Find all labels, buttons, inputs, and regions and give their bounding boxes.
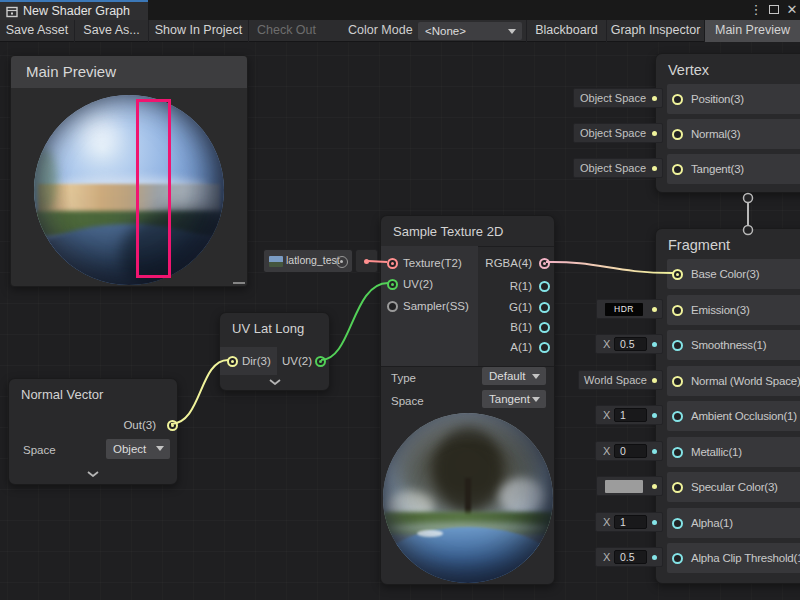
uv-input-port[interactable] [387,279,398,290]
show-in-project-button[interactable]: Show In Project [148,20,248,42]
dir-input-port[interactable] [227,356,238,367]
normal-slot-label: Normal(3) [691,119,740,149]
texture-output-block [355,249,378,273]
b-output-port[interactable] [539,322,550,333]
rgba-output-label: RGBA(4) [485,255,532,271]
shader-graph-icon [6,6,18,18]
vertex-node[interactable]: Vertex Position(3) Normal(3) Tangent(3) [655,53,800,193]
tangent-space-widget[interactable]: Object Space [573,158,663,178]
normal-vector-node[interactable]: Normal Vector Out(3) Space Object [8,378,178,485]
g-output-label: G(1) [509,299,532,315]
metallic-value-widget: X 0 [595,441,663,461]
uv-lat-long-title: UV Lat Long [232,321,304,336]
main-preview-sphere [34,95,224,285]
graph-inspector-toggle-button[interactable]: Graph Inspector [606,20,704,42]
a-output-label: A(1) [510,339,532,355]
type-dropdown[interactable]: Default [482,367,546,385]
fragment-slot-smoothness: Smoothness(1) [667,330,800,360]
collapse-chevron-icon[interactable] [87,471,99,477]
emission-input-port[interactable] [672,305,683,316]
smoothness-value-field[interactable]: 0.5 [614,337,647,351]
metallic-value-field[interactable]: 0 [614,444,647,458]
uv-input-label: UV(2) [403,276,433,292]
out-output-port[interactable] [167,420,178,431]
ambient-occlusion-value-widget: X 1 [595,405,663,425]
tangent-input-port[interactable] [672,164,683,175]
sampler-input-port[interactable] [387,301,398,312]
fragment-slot-alpha: Alpha(1) [667,508,800,538]
space-control-label: Space [391,392,424,410]
rgba-output-port[interactable] [539,258,550,269]
color-mode-label: Color Mode [348,20,413,42]
save-asset-button[interactable]: Save Asset [0,20,74,42]
emission-hdr-color-field[interactable]: HDR [596,299,663,319]
tab-new-shader-graph[interactable]: New Shader Graph [0,0,148,20]
blackboard-toggle-button[interactable]: Blackboard [526,20,606,42]
sample-texture-2d-node[interactable]: Sample Texture 2D Texture(T2) UV(2) Samp… [380,215,555,585]
ambient-occlusion-value-field[interactable]: 1 [614,408,647,422]
alpha-input-port[interactable] [672,518,683,529]
selection-rectangle [136,99,171,278]
save-as-button[interactable]: Save As... [74,20,148,42]
dir-input-label: Dir(3) [242,353,271,369]
window-close-icon[interactable]: ✕ [784,0,800,20]
main-preview-header[interactable]: Main Preview [11,56,247,88]
uv-lat-long-node[interactable]: UV Lat Long Dir(3) UV(2) [219,312,330,391]
normal-ws-input-port[interactable] [672,376,683,387]
uv-output-label: UV(2) [282,353,312,369]
space-dropdown[interactable]: Tangent [482,390,546,408]
shader-graph-window: New Shader Graph ⋮ ✕ Save Asset Save As.… [0,0,800,600]
alpha-clip-value-widget: X 0.5 [595,547,663,567]
normal-input-port[interactable] [672,129,683,140]
toolbar: Save Asset Save As... Show In Project Ch… [0,20,800,42]
specular-color-field[interactable] [596,476,663,496]
specular-color-input-port[interactable] [672,482,683,493]
position-space-widget[interactable]: Object Space [573,88,663,108]
normal-space-widget-fragment[interactable]: World Space [578,370,663,390]
fragment-slot-ambient-occlusion: Ambient Occlusion(1) [667,401,800,431]
texture-input-label: Texture(T2) [403,255,462,271]
color-mode-dropdown[interactable]: <None> [418,22,522,40]
texture-asset-body[interactable]: latlong_test [263,249,353,273]
sample-texture-title: Sample Texture 2D [393,224,503,239]
nv-space-dropdown[interactable]: Object [106,439,170,459]
position-slot-label: Position(3) [691,84,744,114]
uv-output-port[interactable] [315,356,326,367]
metallic-input-port[interactable] [672,447,683,458]
a-output-port[interactable] [539,342,550,353]
ambient-occlusion-input-port[interactable] [672,411,683,422]
tangent-slot-label: Tangent(3) [691,154,744,184]
g-output-port[interactable] [539,302,550,313]
sample-texture-preview-sphere [383,413,553,583]
position-input-port[interactable] [672,94,683,105]
alpha-value-widget: X 1 [595,512,663,532]
vertex-slot-position: Position(3) [667,84,800,114]
r-output-label: R(1) [510,278,532,294]
fragment-slot-base-color: Base Color(3) [667,259,800,289]
main-preview-panel[interactable]: Main Preview [10,55,248,287]
alpha-clip-input-port[interactable] [672,553,683,564]
fragment-slot-alpha-clip: Alpha Clip Threshold(1) [667,543,800,573]
fragment-slot-normal-ws: Normal (World Space)(3) [667,366,800,396]
smoothness-value-widget: X 0.5 [595,334,663,354]
object-picker-icon[interactable] [336,256,348,268]
normal-space-widget[interactable]: Object Space [573,123,663,143]
texture-output-port[interactable] [364,259,369,264]
title-bar: New Shader Graph ⋮ ✕ [0,0,800,20]
window-menu-icon[interactable]: ⋮ [748,0,764,20]
smoothness-input-port[interactable] [672,340,683,351]
alpha-clip-value-field[interactable]: 0.5 [614,550,647,564]
panel-resize-handle[interactable] [233,282,245,284]
fragment-node[interactable]: Fragment Base Color(3) Emission(3) Smoot… [655,228,800,584]
out-output-label: Out(3) [123,417,156,433]
main-preview-toggle-button[interactable]: Main Preview [704,20,800,42]
base-color-input-port[interactable] [672,269,683,280]
texture-input-port[interactable] [387,258,398,269]
texture-thumbnail [269,256,283,267]
r-output-port[interactable] [539,281,550,292]
window-maximize-icon[interactable] [766,0,782,20]
fragment-node-title: Fragment [668,237,730,253]
collapse-chevron-icon[interactable] [269,379,281,385]
texture-asset-name: latlong_test [286,254,340,266]
alpha-value-field[interactable]: 1 [614,515,647,529]
